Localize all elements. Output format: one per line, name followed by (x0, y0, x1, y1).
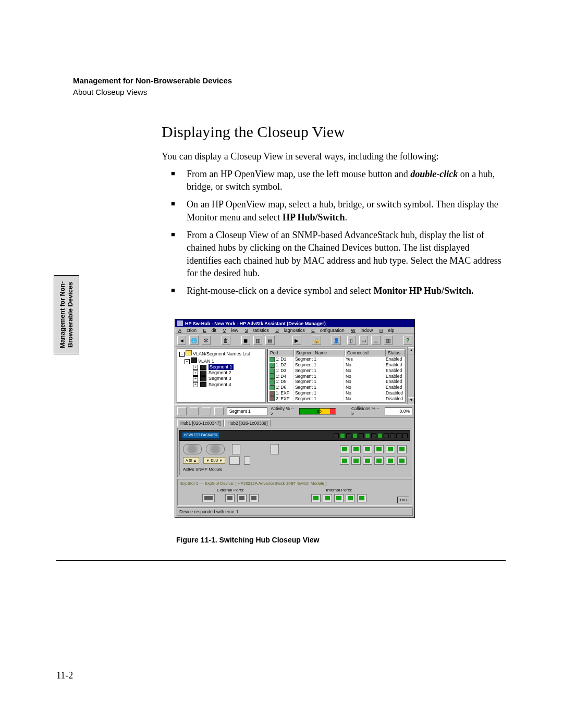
port-icon[interactable] (363, 445, 372, 453)
intro-text: You can display a Closeup View in severa… (162, 150, 506, 163)
tb-list-icon[interactable]: ≣ (371, 336, 380, 345)
port-icon[interactable] (386, 445, 395, 453)
scroll-down-icon[interactable]: ▾ (408, 397, 414, 404)
table-row[interactable]: 1: D2Segment 1NoEnabled (268, 362, 405, 368)
port-list[interactable]: Port Segment Name Connected Status 1: D1… (267, 349, 406, 403)
menu-diagnostics[interactable]: Diagnostics (275, 328, 305, 333)
external-ports-label: External Ports: (217, 488, 244, 492)
tb-doc-icon[interactable]: ▤ (265, 336, 274, 345)
menu-action[interactable]: Action (178, 328, 197, 333)
table-row[interactable]: 1: D5Segment 1NoEnabled (268, 379, 405, 385)
tb-col1-icon[interactable]: ▯ (347, 336, 356, 345)
port-icon[interactable] (386, 456, 395, 465)
header-bold: Management for Non-Browserable Devices (73, 76, 506, 86)
act-btn-1[interactable] (177, 407, 187, 415)
port-icon[interactable] (225, 494, 235, 502)
tb-help-icon[interactable]: ? (403, 336, 412, 345)
tree-item[interactable]: +Segment 1 (179, 364, 263, 370)
menubar[interactable]: Action Edit View Statistics Diagnostics … (175, 327, 414, 334)
tb-person-icon[interactable]: 👤 (332, 336, 340, 345)
port-icon[interactable] (374, 445, 384, 453)
table-row[interactable]: 1: D4Segment 1NoEnabled (268, 374, 405, 379)
port-grid-bottom (340, 456, 407, 465)
table-row[interactable]: 1: EXPSegment 1NoDisabled (268, 390, 405, 396)
tb-disk-icon[interactable]: ◼ (241, 336, 250, 345)
act-btn-2[interactable] (190, 407, 199, 415)
act-btn-4[interactable] (214, 407, 224, 415)
tb-chart-icon[interactable]: ▥ (253, 336, 262, 345)
menu-help[interactable]: Help (380, 328, 395, 333)
port-icon[interactable] (397, 456, 407, 465)
bullet-1: From an HP OpenView map, use the left mo… (171, 168, 506, 193)
internal-ports-label: Internal Ports: (326, 488, 352, 492)
port-icon[interactable] (357, 494, 366, 502)
device-strip: HEWLETT PACKARD (179, 430, 410, 441)
hub-tabs: Hub1 [026-1c00347] Hub2 [026-1c00339] (175, 418, 414, 427)
active-module-label: Active SNMP Module (183, 467, 407, 472)
hub-tab-2[interactable]: Hub2 [026-1c00339] (224, 419, 271, 427)
figure-caption: Figure 11-1. Switching Hub Closeup View (176, 536, 506, 544)
tb-col2-icon[interactable]: ▭ (359, 336, 368, 345)
slot-indicator (271, 444, 279, 454)
activity-bar: Segment 1 Activity % --> 85 Collisions %… (175, 404, 414, 418)
port-icon[interactable] (363, 456, 372, 465)
tb-snow-icon[interactable]: ✼ (202, 336, 211, 345)
tb-globe-icon[interactable]: 🌐 (189, 336, 198, 345)
fan-icon (206, 444, 225, 454)
toolbar: ◄ 🌐 ✼ 🗑 ◼ ▥ ▤ ▶ 🔒 👤 ▯ ▭ ≣ ▥ (175, 334, 414, 347)
port-icon[interactable] (351, 456, 361, 465)
page-number: 11-2 (56, 670, 73, 681)
hub-tab-1[interactable]: Hub1 [026-1c00347] (177, 419, 224, 427)
table-row[interactable]: 1: D3Segment 1NoEnabled (268, 368, 405, 374)
expslot-title: ExpSlot 1 — ExpSlot Device: [ HPJ3212A A… (180, 481, 409, 486)
internal-ports (311, 494, 366, 502)
collisions-value: 0.0% (385, 408, 412, 415)
activity-label: Activity % --> (271, 406, 296, 416)
bullet-4: Right-mouse-click on a device symbol and… (171, 285, 506, 297)
system-menu-icon[interactable] (177, 320, 183, 326)
scroll-up-icon[interactable]: ▴ (408, 347, 414, 354)
port-icon[interactable] (311, 494, 321, 502)
port-icon[interactable] (249, 494, 259, 502)
tb-trash-icon[interactable]: 🗑 (222, 336, 230, 345)
tree-item[interactable]: +Segment 4 (179, 382, 263, 388)
ext-port-large-icon[interactable] (202, 494, 215, 502)
menu-edit[interactable]: Edit (203, 328, 217, 333)
table-row[interactable]: 1: D6Segment 1NoEnabled (268, 385, 405, 390)
menu-statistics[interactable]: Statistics (245, 328, 269, 333)
table-row[interactable]: 2: EXPSegment 1NoDisabled (268, 396, 405, 402)
led-row (334, 433, 408, 438)
device-body: A Sl ▲ ▼ DLU ▼ Active SNMP Module (179, 441, 410, 475)
port-icon[interactable] (340, 456, 349, 465)
hp-logo: HEWLETT PACKARD (182, 432, 219, 439)
bullet-2: On an HP OpenView map, select a hub, bri… (171, 198, 506, 224)
titlebar[interactable]: HP Sw-Hub - New York - HP AdvStk Assista… (175, 319, 414, 327)
external-ports (202, 494, 259, 502)
act-btn-3[interactable] (202, 407, 211, 415)
port-icon[interactable] (340, 445, 349, 453)
tb-left-icon[interactable]: ◄ (177, 336, 186, 345)
tb-bars-icon[interactable]: ▥ (384, 336, 393, 345)
port-icon[interactable] (351, 445, 361, 453)
port-icon[interactable] (397, 445, 407, 453)
tb-flag-icon[interactable]: ▶ (292, 336, 301, 345)
slot-indicator (232, 444, 240, 454)
tb-lock-icon[interactable]: 🔒 (312, 336, 321, 345)
tree-item[interactable]: +Segment 3 (179, 376, 263, 381)
port-icon[interactable] (334, 494, 344, 502)
tree-panel[interactable]: −VLAN/Segment Names List −VLAN 1 +Segmen… (177, 349, 266, 403)
menu-configuration[interactable]: Configuration (311, 328, 345, 333)
port-icon[interactable] (346, 494, 355, 502)
table-row[interactable]: 1: D1Segment 1YesEnabled (268, 356, 405, 362)
activity-segment: Segment 1 (227, 408, 268, 415)
menu-view[interactable]: View (223, 328, 239, 333)
port-icon[interactable] (323, 494, 332, 502)
tree-item[interactable]: +Segment 2 (179, 370, 263, 376)
bullet-list: From an HP OpenView map, use the left mo… (171, 168, 506, 298)
menu-window[interactable]: Window (351, 328, 373, 333)
port-icon[interactable] (237, 494, 247, 502)
list-scrollbar[interactable]: ▴▾ (407, 347, 414, 404)
expslot-card: ExpSlot 1 — ExpSlot Device: [ HPJ3212A A… (177, 479, 412, 506)
port-icon[interactable] (374, 456, 384, 465)
fan-icon (183, 444, 202, 454)
